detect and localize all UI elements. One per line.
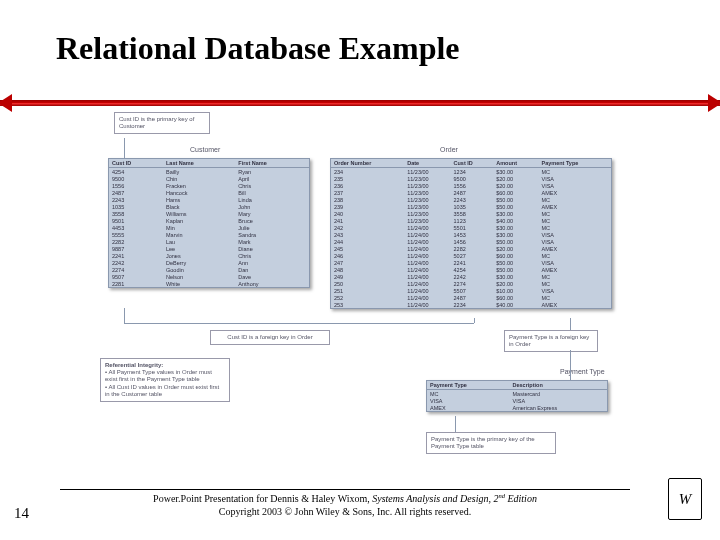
footer: Power.Point Presentation for Dennis & Ha… xyxy=(60,489,630,518)
callout-payment-fk: Payment Type is a foreign key in Order xyxy=(504,330,598,352)
connector xyxy=(570,318,571,330)
ref-integrity-b1: • All Payment Type values in Order must … xyxy=(105,369,225,383)
connector xyxy=(124,308,125,323)
publisher-logo-icon: W xyxy=(668,478,702,520)
table-order: Order NumberDateCust IDAmountPayment Typ… xyxy=(330,158,612,309)
callout-ref-integrity: Referential Integrity: • All Payment Typ… xyxy=(100,358,230,402)
diagram-area: Cust ID is the primary key of Customer C… xyxy=(90,118,630,453)
arrow-right-icon xyxy=(708,94,720,112)
connector xyxy=(570,350,571,380)
callout-cust-fk: Cust ID is a foreign key in Order xyxy=(210,330,330,345)
ref-integrity-b2: • All Cust ID values in Order must exist… xyxy=(105,384,225,398)
footer-edition: Edition xyxy=(505,493,537,504)
slide-title: Relational Database Example xyxy=(56,30,460,67)
connector xyxy=(124,138,125,158)
connector xyxy=(124,323,474,324)
label-order: Order xyxy=(440,146,458,153)
title-underline xyxy=(0,100,720,106)
callout-payment-pk: Payment Type is the primary key of the P… xyxy=(426,432,556,454)
footer-book-title: Systems Analysis and Design, 2 xyxy=(372,493,498,504)
label-payment-type: Payment Type xyxy=(560,368,605,375)
label-customer: Customer xyxy=(190,146,220,153)
connector xyxy=(455,416,456,432)
connector xyxy=(474,318,475,323)
ref-integrity-head: Referential Integrity: xyxy=(105,362,225,369)
callout-cust-pk: Cust ID is the primary key of Customer xyxy=(114,112,210,134)
table-payment-type: Payment TypeDescriptionMCMastercardVISAV… xyxy=(426,380,608,412)
arrow-left-icon xyxy=(0,94,12,112)
footer-copyright: Copyright 2003 © John Wiley & Sons, Inc.… xyxy=(219,506,471,517)
footer-text: Power.Point Presentation for Dennis & Ha… xyxy=(153,493,372,504)
table-customer: Cust IDLast NameFirst Name4254BaillyRyan… xyxy=(108,158,310,288)
slide-number: 14 xyxy=(14,505,29,522)
